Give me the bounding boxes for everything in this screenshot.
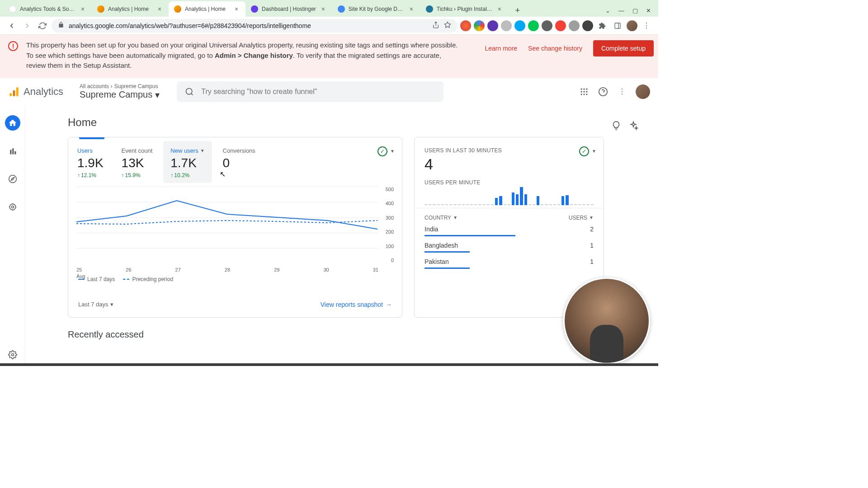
sparkle-icon[interactable] (628, 121, 638, 132)
country-row[interactable]: Pakistan1 (415, 255, 604, 266)
extension-icon[interactable] (501, 20, 512, 31)
metric-users[interactable]: Users 1.9K ↑12.1% (68, 137, 113, 187)
nav-explore[interactable] (5, 171, 20, 187)
chrome-menu[interactable]: ⋮ (640, 19, 653, 32)
overview-card: Users 1.9K ↑12.1% Event count 13K ↑15.9%… (68, 137, 402, 318)
card-status[interactable]: ✓ ▼ (579, 146, 596, 156)
forward-button[interactable] (21, 19, 33, 32)
svg-point-9 (586, 88, 587, 89)
tab[interactable]: Tichku › Plugin Installation× (420, 1, 509, 17)
profile-avatar[interactable] (627, 20, 637, 31)
favicon (426, 5, 433, 13)
svg-point-18 (11, 206, 14, 208)
svg-point-13 (581, 94, 582, 95)
favicon (251, 5, 258, 13)
close-icon[interactable]: × (156, 5, 163, 13)
svg-rect-2 (9, 93, 12, 96)
maximize-icon[interactable]: ▢ (632, 7, 638, 14)
extension-icon[interactable] (582, 20, 593, 31)
tab[interactable]: Analytics | Home× (92, 1, 169, 17)
property-selector[interactable]: All accounts›Supreme Campus Supreme Camp… (80, 83, 160, 100)
extensions-button[interactable] (596, 19, 609, 32)
chevron-down-icon[interactable]: ⌄ (605, 7, 610, 14)
complete-setup-button[interactable]: Complete setup (593, 40, 654, 56)
close-icon[interactable]: × (233, 5, 240, 13)
svg-point-7 (581, 88, 582, 89)
recently-accessed-heading: Recently accessed (68, 329, 649, 340)
close-icon[interactable]: × (408, 5, 415, 13)
extension-icon[interactable] (569, 20, 580, 31)
tab-title: Site Kit by Google Dashbo (349, 6, 404, 12)
card-status[interactable]: ✓ ▼ (377, 146, 395, 156)
lock-icon (58, 22, 64, 29)
close-icon[interactable]: × (79, 5, 86, 13)
side-panel-button[interactable] (611, 19, 624, 32)
learn-more-link[interactable]: Learn more (485, 45, 517, 52)
share-icon[interactable] (432, 21, 439, 30)
alert-icon: ! (8, 41, 18, 51)
svg-point-5 (186, 88, 192, 94)
insights-icon[interactable] (611, 121, 621, 132)
close-icon[interactable]: × (320, 5, 327, 13)
nav-advertising[interactable] (5, 199, 20, 215)
tab-title: Tichku › Plugin Installation (437, 6, 492, 12)
taskbar (0, 363, 658, 366)
tab[interactable]: Analytics Tools & Solutions× (4, 1, 92, 17)
apps-icon[interactable] (579, 86, 590, 97)
change-history-link[interactable]: See change history (528, 45, 582, 52)
new-tab-button[interactable]: + (511, 4, 524, 17)
reload-button[interactable] (36, 19, 49, 32)
country-row[interactable]: Bangladesh1 (415, 239, 604, 250)
extension-icon[interactable] (528, 20, 539, 31)
view-reports-link[interactable]: View reports snapshot→ (321, 301, 392, 308)
metric-conversions[interactable]: Conversions 0 - (214, 137, 264, 187)
presenter-webcam (563, 277, 650, 364)
kebab-menu[interactable]: ⋮ (617, 86, 627, 97)
metric-event-count[interactable]: Event count 13K ↑15.9% (113, 137, 162, 187)
favicon (174, 5, 181, 13)
user-avatar[interactable] (636, 84, 650, 99)
analytics-logo-icon (8, 86, 20, 98)
svg-rect-3 (13, 90, 15, 96)
realtime-title: USERS IN LAST 30 MINUTES (415, 137, 604, 155)
brand-text: Analytics (24, 86, 63, 98)
tab-title: Analytics | Home (108, 6, 152, 12)
nav-home[interactable] (5, 115, 20, 131)
close-icon[interactable]: × (496, 5, 503, 13)
date-range-selector[interactable]: Last 7 days▾ (78, 301, 113, 308)
tab[interactable]: Dashboard | Hostinger× (245, 1, 332, 17)
users-column-header[interactable]: USERS▼ (569, 215, 594, 221)
back-button[interactable] (5, 19, 18, 32)
address-bar[interactable]: analytics.google.com/analytics/web/?auth… (52, 19, 458, 33)
minimize-icon[interactable]: — (618, 7, 624, 14)
country-row[interactable]: India2 (415, 223, 604, 234)
extension-icon[interactable] (474, 20, 485, 31)
analytics-logo[interactable]: Analytics (8, 86, 63, 98)
check-icon: ✓ (377, 146, 387, 156)
svg-rect-0 (615, 23, 620, 28)
analytics-header: Analytics All accounts›Supreme Campus Su… (0, 78, 658, 105)
help-icon[interactable] (598, 86, 609, 97)
tab-active[interactable]: Analytics | Home× (169, 1, 245, 17)
close-window-icon[interactable]: ✕ (646, 7, 651, 14)
search-box[interactable] (177, 81, 443, 102)
chevron-down-icon: ▼ (592, 149, 596, 154)
country-column-header[interactable]: COUNTRY▼ (425, 215, 458, 221)
search-input[interactable] (201, 88, 435, 96)
extension-icon[interactable] (487, 20, 498, 31)
extension-icon[interactable] (542, 20, 552, 31)
browser-toolbar: analytics.google.com/analytics/web/?auth… (0, 17, 658, 35)
users-per-minute-chart (415, 188, 604, 208)
bookmark-icon[interactable] (444, 21, 451, 30)
tab-title: Analytics Tools & Solutions (20, 6, 75, 12)
metric-new-users[interactable]: New users▼ 1.7K ↑10.2% (163, 141, 212, 183)
browser-tabstrip: Analytics Tools & Solutions× Analytics |… (0, 0, 658, 17)
banner-text: This property has been set up for you ba… (26, 40, 460, 71)
extension-icon[interactable] (555, 20, 566, 31)
nav-reports[interactable] (5, 143, 20, 159)
extension-icon[interactable] (514, 20, 525, 31)
nav-admin[interactable] (5, 347, 20, 362)
tab[interactable]: Site Kit by Google Dashbo× (332, 1, 420, 17)
svg-point-17 (9, 175, 16, 183)
extension-icon[interactable] (460, 20, 471, 31)
